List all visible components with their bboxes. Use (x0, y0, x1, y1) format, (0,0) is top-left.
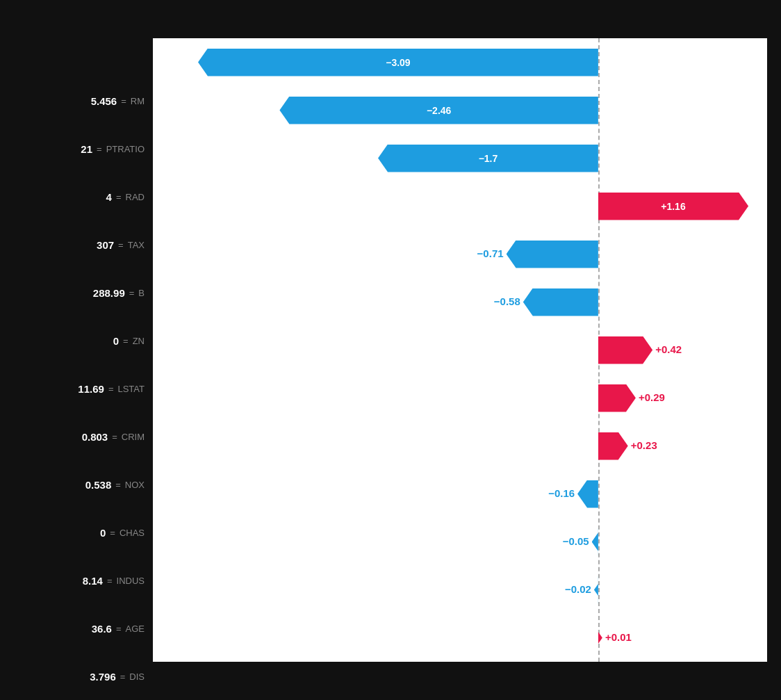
bar-value-indus: −0.05 (563, 535, 589, 547)
row-label-rm: 5.456=RM (91, 95, 145, 106)
row-label-lstat: 11.69=LSTAT (78, 382, 145, 394)
row-label-b: 288.99=B (93, 286, 145, 298)
chart-area: −3.09−2.46−1.7+1.16−0.71−0.58+0.42+0.29+… (153, 38, 767, 662)
bar-value-dis: +0.01 (605, 631, 632, 643)
row-label-crim: 0.803=CRIM (82, 430, 145, 442)
row-label-chas: 0=CHAS (100, 526, 145, 538)
bar-ptratio: −2.46 (279, 97, 598, 124)
bar-value-age: −0.02 (565, 583, 591, 595)
row-label-indus: 8.14=INDUS (83, 574, 145, 586)
row-label-tax: 307=TAX (97, 238, 145, 250)
row-label-dis: 3.796=DIS (90, 670, 145, 682)
bar-chas (577, 480, 598, 508)
chart-container: 5.456=RM21=PTRATIO4=RAD307=TAX288.99=B0=… (0, 0, 781, 700)
bar-tax: +1.16 (598, 193, 748, 220)
bar-rm: −3.09 (198, 49, 598, 76)
bar-indus (592, 528, 598, 556)
row-label-rad: 4=RAD (106, 190, 145, 202)
bar-rad: −1.7 (378, 145, 598, 172)
bar-value-b: −0.71 (477, 247, 504, 259)
row-label-age: 36.6=AGE (92, 622, 145, 634)
row-labels: 5.456=RM21=PTRATIO4=RAD307=TAX288.99=B0=… (0, 38, 151, 662)
bar-lstat (598, 336, 652, 364)
bar-nox (598, 432, 628, 460)
bar-value-nox: +0.23 (631, 439, 657, 451)
row-label-zn: 0=ZN (113, 334, 145, 346)
bar-value-zn: −0.58 (494, 295, 520, 307)
bar-value-crim: +0.29 (639, 391, 665, 403)
bar-zn (523, 288, 598, 316)
bar-crim (598, 384, 636, 412)
row-label-ptratio: 21=PTRATIO (81, 143, 145, 154)
row-label-nox: 0.538=NOX (85, 478, 145, 490)
bar-value-lstat: +0.42 (655, 343, 682, 355)
bar-value-chas: −0.16 (548, 487, 575, 499)
bar-b (507, 241, 598, 268)
